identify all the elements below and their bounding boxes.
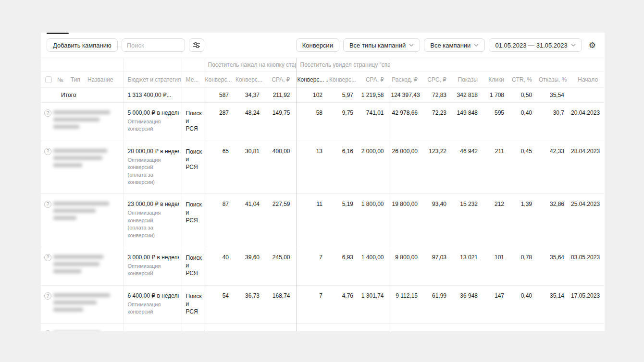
col-header-spend[interactable]: Расход, ₽ <box>390 72 423 88</box>
help-icon[interactable]: ? <box>44 148 51 155</box>
metric-cell: 6,16 <box>328 141 359 194</box>
horizontal-scrollbar[interactable] <box>47 33 69 34</box>
col-header-conversions-1[interactable]: Конверс... <box>204 72 235 88</box>
campaigns-label: Все кампании <box>430 42 471 49</box>
budget-cell: 20 000,00 ₽ в неделюОптимизация конверси… <box>124 141 182 194</box>
name-cell <box>53 285 124 324</box>
col-header-cpa-1[interactable]: CPA, ₽ <box>265 72 296 88</box>
strategy-link[interactable]: Оптимизация конверсий <box>128 301 179 316</box>
metric-cell: 39,02 <box>235 324 265 331</box>
col-header-conversion-rate-2[interactable]: Конверс... <box>328 72 359 88</box>
col-header-name[interactable]: №ТипНазвание <box>53 72 124 88</box>
metric-cell: 0,40 <box>510 285 538 324</box>
col-header-start-date[interactable]: Начало <box>570 72 604 88</box>
group-spacer <box>41 58 53 72</box>
col-header-bounce[interactable]: Отказы, % <box>538 72 570 88</box>
strategy-link[interactable]: Оптимизация конверсий <box>128 157 179 171</box>
select-all-checkbox[interactable] <box>45 76 52 83</box>
help-icon[interactable]: ? <box>44 254 51 261</box>
help-cell: ? <box>41 324 53 331</box>
totals-metric-cell: 35,54 <box>538 88 570 103</box>
metric-cell: 19 800,00 <box>390 194 423 247</box>
metric-cell: 16 <box>204 324 235 331</box>
chevron-down-icon <box>571 44 576 47</box>
help-icon[interactable]: ? <box>44 109 51 117</box>
redacted-text-line <box>53 163 82 167</box>
strategy-link[interactable]: Оптимизация конверсий <box>128 209 179 224</box>
totals-metric-cell: 102 <box>296 88 328 103</box>
metric-cell: 39,60 <box>235 247 265 285</box>
redacted-text-line <box>53 156 102 160</box>
campaign-name-redacted <box>53 148 124 167</box>
metric-cell: 61,99 <box>423 285 452 324</box>
help-icon[interactable]: ? <box>44 292 51 300</box>
totals-metric-cell: 342 818 <box>452 88 483 103</box>
totals-row: Итого1 313 400,00 ₽...58734,37211,921025… <box>41 88 604 103</box>
col-header-cpa-2[interactable]: CPA, ₽ <box>359 72 390 88</box>
start-date-cell: 24.05.2023 <box>570 324 604 331</box>
col-header-cpc[interactable]: CPC, ₽ <box>423 72 452 88</box>
group-spacer <box>53 58 124 72</box>
filter-button[interactable] <box>189 38 204 52</box>
help-icon[interactable]: ? <box>44 330 51 331</box>
metric-cell: 36 948 <box>452 285 483 324</box>
campaigns-dropdown[interactable]: Все кампании <box>424 38 485 52</box>
col-header-clicks[interactable]: Клики <box>483 72 510 88</box>
sort-desc-icon: ↓ <box>326 77 328 83</box>
metric-cell: 5,19 <box>328 194 359 247</box>
group-spacer <box>124 58 182 72</box>
redacted-text-line <box>53 209 96 213</box>
metric-cell: 595 <box>483 103 510 141</box>
metric-cell: 42,33 <box>538 141 570 194</box>
metric-cell: 0,40 <box>510 103 538 141</box>
metric-cell: 72,23 <box>423 103 452 141</box>
col-header-conversion-rate-1[interactable]: Конверс... <box>235 72 265 88</box>
strategy-link[interactable]: Оптимизация конверсий <box>128 263 179 278</box>
metric-cell: 2 700,00 <box>390 324 423 331</box>
col-header-conversions-2-sorted[interactable]: Конверс... ↓ <box>296 72 328 88</box>
metric-cell: 7 077 <box>452 324 483 331</box>
help-cell: ? <box>41 285 53 324</box>
metric-cell: 15 232 <box>452 194 483 247</box>
goal-group-header-2[interactable]: Посетитель увидел страницу "спасиб... <box>296 58 390 72</box>
campaign-types-dropdown[interactable]: Все типы кампаний <box>343 38 420 52</box>
strategy-note: (оплата за конверсии) <box>128 224 179 239</box>
metric-cell: 741,01 <box>359 103 390 141</box>
metric-cell: 1,39 <box>510 194 538 247</box>
metric-cell: 30,7 <box>538 103 570 141</box>
metric-cell: 7 <box>296 285 328 324</box>
group-spacer <box>182 58 204 72</box>
campaign-name-redacted <box>53 292 124 312</box>
help-cell: ? <box>41 247 53 285</box>
metric-cell: 36,73 <box>235 285 265 324</box>
campaign-row: ?20 000,00 ₽ в неделюОптимизация конверс… <box>41 141 604 194</box>
col-header-budget[interactable]: Бюджет и стратегия <box>124 72 182 88</box>
strategy-link[interactable]: Оптимизация конверсий <box>128 118 179 133</box>
campaign-row: ?6 400,00 ₽ в неделюОптимизация конверси… <box>41 285 604 324</box>
date-range-dropdown[interactable]: 01.05.2023 — 31.05.2023 <box>489 38 582 52</box>
search-input[interactable] <box>122 38 185 52</box>
settings-gear-button[interactable]: ⚙ <box>586 38 599 52</box>
metric-cell: 123,22 <box>423 141 452 194</box>
conversions-button[interactable]: Конверсии <box>296 38 339 52</box>
goal-group-header-1[interactable]: Посетитель нажал на кнопку стартов... <box>204 58 296 72</box>
metric-cell: 0,78 <box>510 247 538 285</box>
col-header-impressions[interactable]: Показы <box>452 72 483 88</box>
col-header-placement[interactable]: Ме... <box>182 72 204 88</box>
budget-cell: 23 000,00 ₽ в неделюОптимизация конверси… <box>124 194 182 247</box>
campaign-row: ?23 000,00 ₽ в неделюОптимизация конверс… <box>41 194 604 247</box>
totals-metric-cell: 0,50 <box>510 88 538 103</box>
metric-cell: 245,00 <box>265 247 296 285</box>
totals-metric-cell: 1 219,58 <box>359 88 390 103</box>
date-range-label: 01.05.2023 — 31.05.2023 <box>495 42 567 49</box>
redacted-text-line <box>53 262 99 266</box>
metric-cell: 1 301,74 <box>359 285 390 324</box>
metric-cell: 13 021 <box>452 247 483 285</box>
campaigns-panel: Добавить кампанию Конверсии Все типы кам… <box>41 33 605 331</box>
budget-value: 20 000,00 ₽ в неделю <box>128 148 179 155</box>
metric-cell: 9,75 <box>328 103 359 141</box>
help-icon[interactable]: ? <box>44 201 51 208</box>
add-campaign-button[interactable]: Добавить кампанию <box>47 38 118 52</box>
campaigns-table: Посетитель нажал на кнопку стартов... По… <box>41 58 604 331</box>
col-header-ctr[interactable]: CTR, % <box>510 72 538 88</box>
